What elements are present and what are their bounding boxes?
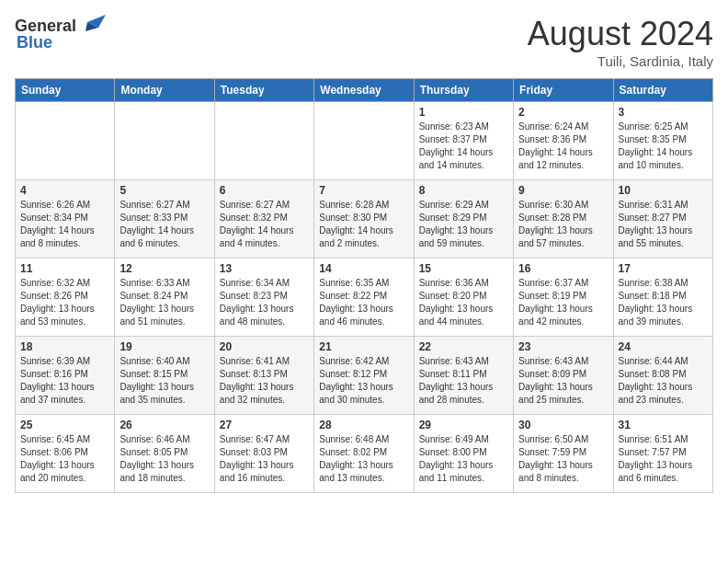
- calendar-cell: 18Sunrise: 6:39 AMSunset: 8:16 PMDayligh…: [16, 337, 115, 415]
- day-info: Sunrise: 6:37 AMSunset: 8:19 PMDaylight:…: [518, 277, 608, 328]
- day-number: 31: [619, 419, 708, 431]
- calendar-cell: 3Sunrise: 6:25 AMSunset: 8:35 PMDaylight…: [613, 102, 712, 180]
- calendar-cell: 6Sunrise: 6:27 AMSunset: 8:32 PMDaylight…: [214, 180, 313, 259]
- calendar-cell: 25Sunrise: 6:45 AMSunset: 8:06 PMDayligh…: [16, 415, 115, 493]
- calendar-week-row: 25Sunrise: 6:45 AMSunset: 8:06 PMDayligh…: [16, 415, 713, 493]
- day-info: Sunrise: 6:23 AMSunset: 8:37 PMDaylight:…: [419, 121, 508, 172]
- calendar-cell: 28Sunrise: 6:48 AMSunset: 8:02 PMDayligh…: [314, 415, 414, 493]
- calendar-cell: 5Sunrise: 6:27 AMSunset: 8:33 PMDaylight…: [115, 180, 214, 259]
- day-number: 7: [319, 184, 408, 197]
- day-info: Sunrise: 6:43 AMSunset: 8:09 PMDaylight:…: [518, 355, 608, 407]
- calendar-cell: 26Sunrise: 6:46 AMSunset: 8:05 PMDayligh…: [115, 415, 214, 493]
- calendar-week-row: 18Sunrise: 6:39 AMSunset: 8:16 PMDayligh…: [16, 337, 713, 415]
- day-number: 10: [619, 184, 708, 197]
- day-number: 16: [518, 262, 608, 275]
- day-info: Sunrise: 6:44 AMSunset: 8:08 PMDaylight:…: [619, 355, 708, 407]
- weekday-header-thursday: Thursday: [414, 79, 513, 102]
- page-header: General Blue August 2024 Tuili, Sardinia…: [15, 15, 713, 69]
- calendar-cell: [314, 102, 414, 180]
- month-title: August 2024: [528, 15, 713, 53]
- day-info: Sunrise: 6:39 AMSunset: 8:16 PMDaylight:…: [20, 355, 109, 407]
- day-number: 12: [119, 262, 209, 275]
- calendar-cell: 23Sunrise: 6:43 AMSunset: 8:09 PMDayligh…: [514, 337, 613, 415]
- calendar-cell: [115, 102, 214, 180]
- weekday-header-tuesday: Tuesday: [214, 79, 313, 102]
- calendar-cell: 15Sunrise: 6:36 AMSunset: 8:20 PMDayligh…: [414, 259, 513, 337]
- weekday-header-friday: Friday: [514, 79, 613, 102]
- day-info: Sunrise: 6:33 AMSunset: 8:24 PMDaylight:…: [119, 277, 209, 328]
- day-number: 6: [220, 184, 309, 197]
- day-info: Sunrise: 6:25 AMSunset: 8:35 PMDaylight:…: [619, 121, 708, 172]
- calendar-week-row: 11Sunrise: 6:32 AMSunset: 8:26 PMDayligh…: [16, 259, 713, 337]
- calendar-cell: 19Sunrise: 6:40 AMSunset: 8:15 PMDayligh…: [115, 337, 214, 415]
- calendar-cell: 16Sunrise: 6:37 AMSunset: 8:19 PMDayligh…: [514, 259, 613, 337]
- logo-bird-icon: [78, 15, 106, 37]
- day-number: 23: [518, 340, 608, 353]
- day-info: Sunrise: 6:43 AMSunset: 8:11 PMDaylight:…: [419, 355, 508, 407]
- day-info: Sunrise: 6:34 AMSunset: 8:23 PMDaylight:…: [220, 277, 309, 328]
- day-number: 11: [20, 262, 109, 275]
- calendar-cell: 8Sunrise: 6:29 AMSunset: 8:29 PMDaylight…: [414, 180, 513, 259]
- day-number: 3: [619, 106, 708, 119]
- day-number: 8: [419, 184, 508, 197]
- calendar-cell: 7Sunrise: 6:28 AMSunset: 8:30 PMDaylight…: [314, 180, 414, 259]
- day-info: Sunrise: 6:31 AMSunset: 8:27 PMDaylight:…: [619, 199, 708, 250]
- day-number: 18: [20, 340, 109, 353]
- day-info: Sunrise: 6:41 AMSunset: 8:13 PMDaylight:…: [220, 355, 309, 407]
- calendar-cell: 1Sunrise: 6:23 AMSunset: 8:37 PMDaylight…: [414, 102, 513, 180]
- calendar-week-row: 4Sunrise: 6:26 AMSunset: 8:34 PMDaylight…: [16, 180, 713, 259]
- calendar-table: SundayMondayTuesdayWednesdayThursdayFrid…: [15, 78, 713, 493]
- day-info: Sunrise: 6:27 AMSunset: 8:32 PMDaylight:…: [220, 199, 309, 250]
- weekday-header-sunday: Sunday: [16, 79, 115, 102]
- calendar-cell: 22Sunrise: 6:43 AMSunset: 8:11 PMDayligh…: [414, 337, 513, 415]
- day-info: Sunrise: 6:24 AMSunset: 8:36 PMDaylight:…: [518, 121, 608, 172]
- calendar-cell: 17Sunrise: 6:38 AMSunset: 8:18 PMDayligh…: [613, 259, 712, 337]
- day-info: Sunrise: 6:47 AMSunset: 8:03 PMDaylight:…: [220, 433, 309, 485]
- logo-blue: Blue: [17, 33, 52, 52]
- calendar-cell: 2Sunrise: 6:24 AMSunset: 8:36 PMDaylight…: [514, 102, 613, 180]
- day-number: 20: [220, 340, 309, 353]
- day-info: Sunrise: 6:26 AMSunset: 8:34 PMDaylight:…: [20, 199, 109, 250]
- calendar-cell: [214, 102, 313, 180]
- calendar-cell: 13Sunrise: 6:34 AMSunset: 8:23 PMDayligh…: [214, 259, 313, 337]
- day-info: Sunrise: 6:42 AMSunset: 8:12 PMDaylight:…: [319, 355, 408, 407]
- day-info: Sunrise: 6:45 AMSunset: 8:06 PMDaylight:…: [20, 433, 109, 485]
- day-info: Sunrise: 6:35 AMSunset: 8:22 PMDaylight:…: [319, 277, 408, 328]
- day-info: Sunrise: 6:27 AMSunset: 8:33 PMDaylight:…: [119, 199, 209, 250]
- day-number: 15: [419, 262, 508, 275]
- calendar-cell: [16, 102, 115, 180]
- calendar-cell: 21Sunrise: 6:42 AMSunset: 8:12 PMDayligh…: [314, 337, 414, 415]
- day-number: 17: [619, 262, 708, 275]
- day-info: Sunrise: 6:48 AMSunset: 8:02 PMDaylight:…: [319, 433, 408, 485]
- day-number: 9: [518, 184, 608, 197]
- day-number: 13: [220, 262, 309, 275]
- calendar-cell: 4Sunrise: 6:26 AMSunset: 8:34 PMDaylight…: [16, 180, 115, 259]
- calendar-cell: 30Sunrise: 6:50 AMSunset: 7:59 PMDayligh…: [514, 415, 613, 493]
- day-info: Sunrise: 6:40 AMSunset: 8:15 PMDaylight:…: [119, 355, 209, 407]
- day-number: 26: [119, 419, 209, 431]
- calendar-week-row: 1Sunrise: 6:23 AMSunset: 8:37 PMDaylight…: [16, 102, 713, 180]
- day-number: 1: [419, 106, 508, 119]
- day-info: Sunrise: 6:32 AMSunset: 8:26 PMDaylight:…: [20, 277, 109, 328]
- day-number: 24: [619, 340, 708, 353]
- calendar-cell: 27Sunrise: 6:47 AMSunset: 8:03 PMDayligh…: [214, 415, 313, 493]
- day-number: 22: [419, 340, 508, 353]
- day-number: 19: [119, 340, 209, 353]
- day-number: 30: [518, 419, 608, 431]
- day-info: Sunrise: 6:28 AMSunset: 8:30 PMDaylight:…: [319, 199, 408, 250]
- day-info: Sunrise: 6:38 AMSunset: 8:18 PMDaylight:…: [619, 277, 708, 328]
- calendar-cell: 31Sunrise: 6:51 AMSunset: 7:57 PMDayligh…: [613, 415, 712, 493]
- weekday-header-wednesday: Wednesday: [314, 79, 414, 102]
- day-info: Sunrise: 6:30 AMSunset: 8:28 PMDaylight:…: [518, 199, 608, 250]
- calendar-cell: 12Sunrise: 6:33 AMSunset: 8:24 PMDayligh…: [115, 259, 214, 337]
- calendar-cell: 10Sunrise: 6:31 AMSunset: 8:27 PMDayligh…: [613, 180, 712, 259]
- day-info: Sunrise: 6:46 AMSunset: 8:05 PMDaylight:…: [119, 433, 209, 485]
- day-number: 5: [119, 184, 209, 197]
- weekday-header-saturday: Saturday: [613, 79, 712, 102]
- day-number: 25: [20, 419, 109, 431]
- logo: General Blue: [15, 15, 106, 52]
- day-number: 29: [419, 419, 508, 431]
- title-block: August 2024 Tuili, Sardinia, Italy: [528, 15, 713, 69]
- day-info: Sunrise: 6:50 AMSunset: 7:59 PMDaylight:…: [518, 433, 608, 485]
- calendar-cell: 20Sunrise: 6:41 AMSunset: 8:13 PMDayligh…: [214, 337, 313, 415]
